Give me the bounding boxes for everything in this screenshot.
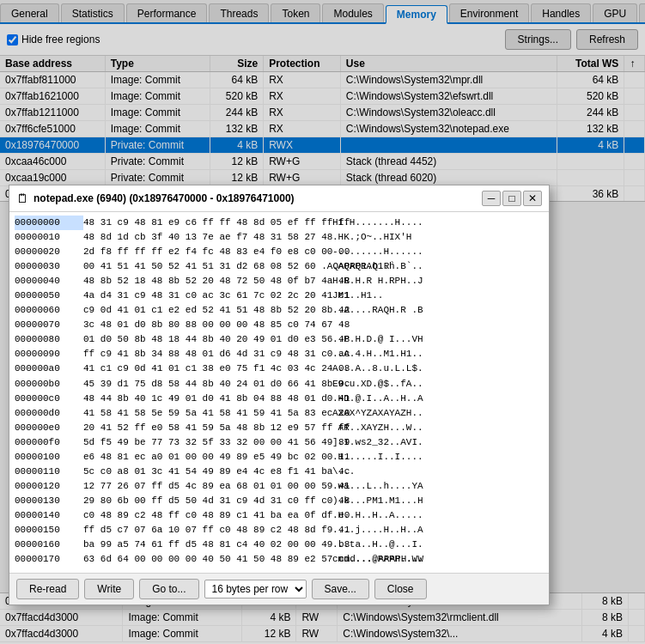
hex-addr: 000000e0	[15, 421, 83, 435]
hex-bytes: 45 39 d1 75 d8 58 44 8b 40 24 01 d0 66 4…	[83, 377, 332, 392]
hex-line: 000000b0 45 39 d1 75 d8 58 44 8b 40 24 0…	[15, 377, 544, 392]
hex-bytes: 48 31 c9 48 81 e9 c6 ff ff 48 8d 05 ef f…	[83, 216, 332, 230]
hex-ascii: .H..H..H..A.....	[332, 508, 423, 523]
hex-lines: 00000000 48 31 c9 48 81 e9 c6 ff ff 48 8…	[15, 216, 544, 569]
hex-addr: 00000180	[15, 567, 83, 569]
hex-bytes: 29 80 6b 00 ff d5 50 4d 31 c9 4d 31 c0 f…	[83, 494, 332, 508]
hex-line: 00000100 e6 48 81 ec a0 01 00 00 49 89 e…	[15, 450, 544, 465]
hex-ascii: AXAX^YZAXAYAZH..	[332, 406, 423, 421]
minimize-button[interactable]: ─	[482, 191, 501, 206]
hex-ascii: cmd....@PAPH..W.	[332, 552, 423, 567]
hex-ascii: .H......I..I....	[332, 450, 423, 465]
hex-line: 000000c0 48 44 8b 40 1c 49 01 d0 41 8b 0…	[15, 392, 544, 406]
hex-line: 00000030 00 41 51 41 50 52 41 51 31 d2 6…	[15, 259, 544, 274]
hex-line: 000000f0 5d f5 49 be 77 73 32 5f 33 32 0…	[15, 435, 544, 450]
hex-bytes: 57 57 4d 31 c0 6a 0d 59 41 50 e2 fc 66 c…	[83, 567, 332, 569]
hex-bytes: ba 99 a5 74 61 ff d5 48 81 c4 40 02 00 0…	[83, 538, 332, 552]
hex-ascii: .HD.@.I..A..H..A	[332, 392, 423, 406]
maximize-button[interactable]: □	[502, 191, 521, 206]
hex-ascii: .HK.;O~..HIX'H	[332, 230, 411, 245]
save-button[interactable]: Save...	[312, 579, 369, 599]
hex-addr: 00000170	[15, 552, 83, 567]
hex-addr: 00000040	[15, 274, 83, 289]
hex-addr: 00000030	[15, 259, 83, 274]
hex-ascii: H.R.H.R H.RPH..J	[332, 274, 423, 289]
hex-bytes: ff c9 41 8b 34 88 48 01 d6 4d 31 c9 48 3…	[83, 347, 332, 361]
hex-bytes: c9 0d 41 01 c1 e2 ed 52 41 51 48 8b 52 2…	[83, 303, 332, 318]
hex-ascii: ...ta..H..@...I.	[332, 538, 423, 552]
modal-title: notepad.exe (6940) (0x18976470000 - 0x18…	[33, 192, 295, 204]
reread-button[interactable]: Re-read	[16, 579, 79, 599]
hex-line: 00000000 48 31 c9 48 81 e9 c6 ff ff 48 8…	[15, 216, 544, 230]
write-button[interactable]: Write	[84, 579, 134, 599]
hex-addr: 000000c0	[15, 392, 83, 406]
hex-line: 000000a0 41 c1 c9 0d 41 01 c1 38 e0 75 f…	[15, 361, 544, 376]
hex-ascii: H1.H.......H....	[332, 216, 423, 230]
hex-bytes: c0 48 89 c2 48 ff c0 48 89 c1 41 ba ea 0…	[83, 508, 332, 523]
hex-addr: 00000130	[15, 494, 83, 508]
hex-ascii: WWM1.j.YAP..f.D$	[332, 567, 423, 569]
hex-bytes: 41 c1 c9 0d 41 01 c1 38 e0 75 f1 4c 03 4…	[83, 361, 332, 376]
hex-ascii: \...	[332, 465, 355, 479]
goto-button[interactable]: Go to...	[139, 579, 198, 599]
hex-addr: 00000050	[15, 289, 83, 303]
hex-addr: 00000100	[15, 450, 83, 465]
hex-bytes: 41 58 41 58 5e 59 5a 41 58 41 59 41 5a 8…	[83, 406, 332, 421]
hex-bytes: 00 41 51 41 50 52 41 51 31 d2 68 08 52 6…	[83, 259, 332, 274]
hex-line: 00000120 12 77 26 07 ff d5 4c 89 ea 68 0…	[15, 479, 544, 494]
hex-addr: 00000120	[15, 479, 83, 494]
hex-line: 000000e0 20 41 52 ff e0 58 41 59 5a 48 8…	[15, 421, 544, 435]
hex-addr: 000000f0	[15, 435, 83, 450]
modal-close-button[interactable]: Close	[374, 579, 427, 599]
hex-ascii: A...A..8.u.L.L$.	[332, 361, 423, 376]
hex-ascii: .AQAPRAQ1.h.B`..	[332, 259, 423, 274]
hex-addr: 00000150	[15, 523, 83, 538]
hex-bytes: 20 41 52 ff e0 58 41 59 5a 48 8b 12 e9 5…	[83, 421, 332, 435]
hex-ascii: ].I.ws2_32..AVI.	[332, 435, 423, 450]
bytes-per-row-select[interactable]: 8 bytes per row 16 bytes per row 32 byte…	[204, 580, 307, 598]
hex-line: 00000040 48 8b 52 18 48 8b 52 20 48 72 5…	[15, 274, 544, 289]
hex-line: 00000090 ff c9 41 8b 34 88 48 01 d6 4d 3…	[15, 347, 544, 361]
modal-footer: Re-read Write Go to... 8 bytes per row 1…	[9, 573, 549, 605]
hex-addr: 000000a0	[15, 361, 83, 376]
hex-ascii: ..A.4.H..M1.H1..	[332, 347, 423, 361]
hex-line: 00000170 63 6d 64 00 00 00 00 40 50 41 5…	[15, 552, 544, 567]
hex-ascii: JM1..H1..	[332, 289, 383, 303]
hex-ascii: -........H......	[332, 245, 423, 259]
hex-ascii: E9.u.XD.@$..fA..	[332, 377, 423, 392]
hex-line: 00000140 c0 48 89 c2 48 ff c0 48 89 c1 4…	[15, 508, 544, 523]
hex-line: 00000070 3c 48 01 d0 8b 80 88 00 00 00 4…	[15, 318, 544, 332]
hex-bytes: 01 d0 50 8b 48 18 44 8b 40 20 49 01 d0 e…	[83, 332, 332, 347]
hex-bytes: ff d5 c7 07 6a 10 07 ff c0 48 89 c2 48 8…	[83, 523, 332, 538]
hex-line: 00000020 2d f8 ff ff ff e2 f4 fc 48 83 e…	[15, 245, 544, 259]
hex-addr: 00000010	[15, 230, 83, 245]
hex-line: 00000050 4a d4 31 c9 48 31 c0 ac 3c 61 7…	[15, 289, 544, 303]
modal-controls: ─ □ ✕	[482, 191, 542, 206]
hex-line: 00000180 57 57 4d 31 c0 6a 0d 59 41 50 e…	[15, 567, 544, 569]
hex-ascii: ..A....RAQH.R .B	[332, 303, 423, 318]
modal-titlebar: 🗒 notepad.exe (6940) (0x18976470000 - 0x…	[9, 185, 549, 212]
hex-line: 00000060 c9 0d 41 01 c1 e2 ed 52 41 51 4…	[15, 303, 544, 318]
hex-bytes: 4a d4 31 c9 48 31 c0 ac 3c 61 7c 02 2c 2…	[83, 289, 332, 303]
hex-line: 00000010 48 8d 1d cb 3f 40 13 7e ae f7 4…	[15, 230, 544, 245]
hex-bytes: 48 8b 52 18 48 8b 52 20 48 72 50 48 0f b…	[83, 274, 332, 289]
close-button[interactable]: ✕	[523, 191, 542, 206]
hex-addr: 000000d0	[15, 406, 83, 421]
hex-line: 00000080 01 d0 50 8b 48 18 44 8b 40 20 4…	[15, 332, 544, 347]
hex-bytes: 48 44 8b 40 1c 49 01 d0 41 8b 04 88 48 0…	[83, 392, 332, 406]
hex-ascii: AR..XAYZH...W..	[332, 421, 423, 435]
hex-ascii: .w&...L..h....YA	[332, 479, 423, 494]
hex-bytes: 48 8d 1d cb 3f 40 13 7e ae f7 48 31 58 2…	[83, 230, 332, 245]
memory-modal: 🗒 notepad.exe (6940) (0x18976470000 - 0x…	[9, 185, 550, 605]
hex-view[interactable]: 00000000 48 31 c9 48 81 e9 c6 ff ff 48 8…	[9, 212, 549, 573]
hex-line: 00000150 ff d5 c7 07 6a 10 07 ff c0 48 8…	[15, 523, 544, 538]
hex-bytes: 2d f8 ff ff ff e2 f4 fc 48 83 e4 f0 e8 c…	[83, 245, 332, 259]
hex-ascii: ..P.H.D.@ I...VH	[332, 332, 423, 347]
hex-addr: 00000070	[15, 318, 83, 332]
hex-bytes: 3c 48 01 d0 8b 80 88 00 00 00 48 85 c0 7…	[83, 318, 332, 332]
hex-line: 00000160 ba 99 a5 74 61 ff d5 48 81 c4 4…	[15, 538, 544, 552]
hex-bytes: e6 48 81 ec a0 01 00 00 49 89 e5 49 bc 0…	[83, 450, 332, 465]
hex-bytes: 5d f5 49 be 77 73 32 5f 33 32 00 00 41 5…	[83, 435, 332, 450]
modal-icon: 🗒	[16, 191, 28, 205]
hex-ascii: ).k...PM1.M1...H	[332, 494, 423, 508]
